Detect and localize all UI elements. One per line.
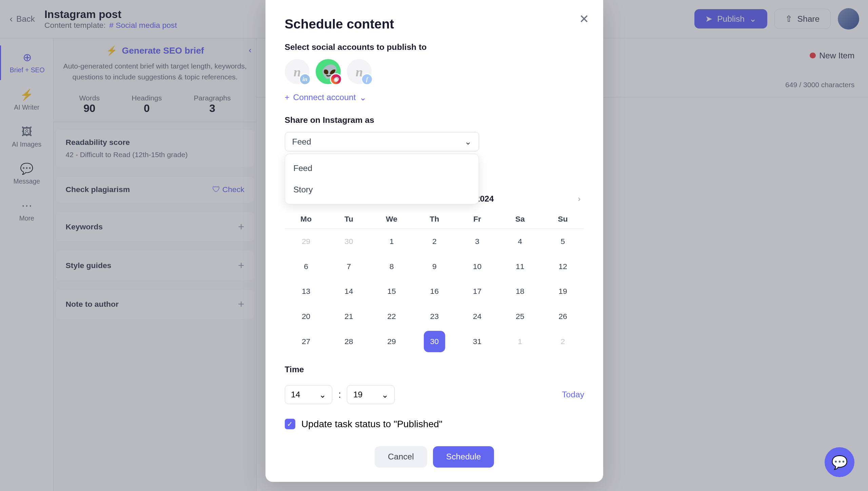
time-hour-value: 14: [291, 390, 300, 399]
schedule-button[interactable]: Schedule: [433, 446, 494, 468]
share-as-label: Share on Instagram as: [285, 115, 585, 125]
calendar-day[interactable]: 13: [285, 279, 328, 304]
time-separator: :: [338, 389, 341, 400]
chat-icon: 💬: [831, 455, 848, 470]
calendar-dow: We: [370, 210, 413, 229]
time-label: Time: [285, 365, 585, 374]
today-button[interactable]: Today: [562, 390, 584, 399]
chevron-down-icon: ⌄: [465, 137, 472, 147]
calendar-day[interactable]: 11: [499, 254, 541, 279]
update-status-checkbox[interactable]: ✓: [285, 419, 296, 430]
calendar-day[interactable]: 17: [456, 279, 498, 304]
calendar-day[interactable]: 26: [541, 304, 584, 329]
calendar-day[interactable]: 29: [285, 229, 328, 254]
calendar-day[interactable]: 21: [328, 304, 370, 329]
account-linkedin[interactable]: n in: [285, 59, 310, 84]
facebook-badge-icon: f: [361, 73, 373, 85]
calendar-day[interactable]: 10: [456, 254, 498, 279]
chevron-down-icon: ⌄: [359, 93, 367, 102]
time-minute-select[interactable]: 19 ⌄: [347, 385, 395, 404]
calendar-day[interactable]: 28: [328, 329, 370, 354]
connect-account-button[interactable]: + Connect account ⌄: [285, 93, 585, 102]
linkedin-badge-icon: in: [299, 73, 311, 85]
chat-fab-button[interactable]: 💬: [825, 447, 854, 477]
time-hour-select[interactable]: 14 ⌄: [285, 385, 333, 404]
chevron-down-icon: ⌄: [381, 390, 389, 400]
calendar-day[interactable]: 30: [413, 329, 456, 354]
schedule-content-modal: ✕ Schedule content Select social account…: [265, 0, 603, 482]
share-as-value: Feed: [292, 137, 311, 147]
select-accounts-label: Select social accounts to publish to: [285, 42, 585, 52]
calendar-day[interactable]: 31: [456, 329, 498, 354]
update-status-label: Update task status to "Published": [301, 419, 442, 430]
time-minute-value: 19: [353, 390, 362, 399]
calendar-day[interactable]: 2: [413, 229, 456, 254]
share-as-options: Feed Story: [285, 154, 479, 204]
calendar-day[interactable]: 19: [541, 279, 584, 304]
calendar-day[interactable]: 12: [541, 254, 584, 279]
share-as-select[interactable]: Feed ⌄: [285, 132, 479, 151]
plus-icon: +: [285, 93, 290, 102]
calendar-day[interactable]: 25: [499, 304, 541, 329]
calendar-day[interactable]: 27: [285, 329, 328, 354]
calendar-dow: Th: [413, 210, 456, 229]
calendar-day[interactable]: 16: [413, 279, 456, 304]
calendar-day[interactable]: 29: [370, 329, 413, 354]
calendar-day[interactable]: 15: [370, 279, 413, 304]
calendar-day[interactable]: 30: [328, 229, 370, 254]
calendar-day[interactable]: 22: [370, 304, 413, 329]
calendar-day[interactable]: 14: [328, 279, 370, 304]
option-feed[interactable]: Feed: [285, 157, 479, 179]
account-facebook[interactable]: n f: [347, 59, 372, 84]
calendar-day[interactable]: 9: [413, 254, 456, 279]
calendar-dow: Tu: [328, 210, 370, 229]
calendar-day[interactable]: 24: [456, 304, 498, 329]
calendar-day[interactable]: 1: [370, 229, 413, 254]
calendar-next-button[interactable]: ›: [578, 194, 580, 204]
calendar-dow: Sa: [499, 210, 541, 229]
connect-label: Connect account: [293, 93, 356, 102]
calendar-day[interactable]: 4: [499, 229, 541, 254]
option-story[interactable]: Story: [285, 179, 479, 201]
calendar-day[interactable]: 3: [456, 229, 498, 254]
calendar-day[interactable]: 6: [285, 254, 328, 279]
calendar-dow: Su: [541, 210, 584, 229]
account-instagram[interactable]: 👽 ◉: [316, 59, 341, 84]
instagram-badge-icon: ◉: [330, 73, 342, 85]
cancel-button[interactable]: Cancel: [375, 446, 427, 468]
calendar-day[interactable]: 20: [285, 304, 328, 329]
close-button[interactable]: ✕: [579, 12, 589, 26]
calendar-day[interactable]: 8: [370, 254, 413, 279]
calendar-day[interactable]: 18: [499, 279, 541, 304]
calendar-day[interactable]: 7: [328, 254, 370, 279]
calendar-day[interactable]: 23: [413, 304, 456, 329]
chevron-down-icon: ⌄: [319, 390, 326, 400]
calendar-day[interactable]: 5: [541, 229, 584, 254]
calendar-dow: Fr: [456, 210, 498, 229]
calendar-day[interactable]: 1: [499, 329, 541, 354]
calendar-dow: Mo: [285, 210, 328, 229]
modal-title: Schedule content: [285, 17, 585, 32]
calendar-day[interactable]: 2: [541, 329, 584, 354]
